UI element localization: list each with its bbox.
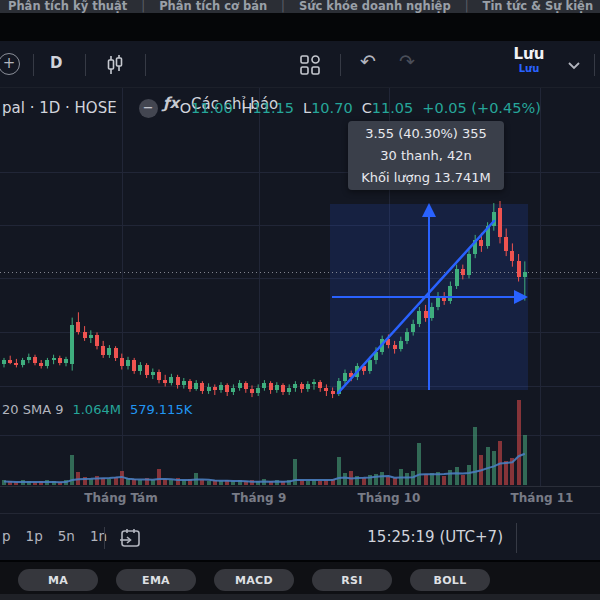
indicator-pill-macd[interactable]: MACD <box>214 569 294 591</box>
chart-toolbar: + D ƒx Các chỉ báo ↶ ↷ Lưu Lưu <box>0 41 600 88</box>
timeframe-shortcut-1p[interactable]: 1p <box>26 528 43 544</box>
candles-style-icon[interactable] <box>103 53 127 81</box>
volume-ma-label: 20 SMA 9 <box>2 402 63 417</box>
collapse-symbol-icon[interactable]: − <box>139 99 158 118</box>
time-axis-month-label: Tháng 11 <box>511 491 574 505</box>
trading-app-screen: Phân tích kỹ thuật|Phân tích cơ bản|Sức … <box>0 0 600 600</box>
footer-divider <box>516 523 517 553</box>
nav-item-4[interactable]: Tin tức & Sự kiện <box>483 0 594 13</box>
timeframe-button[interactable]: D <box>50 54 62 72</box>
go-to-date-icon[interactable] <box>118 526 142 554</box>
volume-value-blue: 579.115K <box>130 402 192 417</box>
toolbar-divider <box>594 54 595 76</box>
ohlc-value: 11.00 <box>191 100 233 116</box>
ohlc-value: 10.70 <box>311 100 353 116</box>
indicator-pill-ema[interactable]: EMA <box>116 569 196 591</box>
chevron-down-icon[interactable] <box>567 56 581 75</box>
nav-separator: | <box>465 0 469 13</box>
time-axis-month-label: Tháng 10 <box>358 491 421 505</box>
toolbar-divider <box>340 54 341 76</box>
bottom-edge-strip <box>0 594 600 600</box>
ohlc-h: H11.15 <box>242 100 294 116</box>
nav-item-1[interactable]: Phân tích kỹ thuật <box>8 0 127 13</box>
footer-divider <box>104 527 105 549</box>
ohlc-value: 11.15 <box>253 100 295 116</box>
indicator-pill-ma[interactable]: MA <box>18 569 98 591</box>
time-axis-month-label: Tháng 9 <box>232 491 287 505</box>
measure-volume: Khối lượng 13.741M <box>361 167 491 189</box>
ohlc-values: O11.00H11.15L10.70C11.05+0.05 (+0.45%) <box>180 100 541 116</box>
indicator-pill-rsi[interactable]: RSI <box>312 569 392 591</box>
ohlc-label: H <box>242 100 253 116</box>
toolbar-divider <box>85 54 86 76</box>
measure-price-change: 3.55 (40.30%) 355 <box>365 123 487 145</box>
time-axis-month-label: Tháng Tám <box>84 491 157 505</box>
ohlc-value: 11.05 <box>372 100 414 116</box>
indicator-pill-boll[interactable]: BOLL <box>410 569 490 591</box>
nav-item-3[interactable]: Sức khỏe doanh nghiệp <box>299 0 451 13</box>
price-change: +0.05 (+0.45%) <box>422 100 541 116</box>
ohlc-label: C <box>362 100 372 116</box>
add-symbol-icon[interactable]: + <box>0 53 20 75</box>
save-label: Lưu <box>505 46 553 63</box>
redo-icon[interactable]: ↷ <box>399 50 415 72</box>
time-axis-separator <box>0 486 600 487</box>
ohlc-l: L10.70 <box>303 100 353 116</box>
symbol-legend-row: pal · 1D · HOSE − O11.00H11.15L10.70C11.… <box>2 98 541 118</box>
timeframe-shortcut-p[interactable]: p <box>2 528 11 544</box>
toolbar-divider <box>145 54 146 76</box>
candlestick-chart-canvas[interactable] <box>0 88 600 486</box>
undo-icon[interactable]: ↶ <box>360 50 376 72</box>
timeframe-shortcuts: p1p5n1n <box>2 528 107 544</box>
ohlc-c: C11.05 <box>362 100 414 116</box>
top-nav-bar: Phân tích kỹ thuật|Phân tích cơ bản|Sức … <box>0 0 600 13</box>
bottom-toolbar: p1p5n1n 15:25:19 (UTC+7) <box>0 513 600 560</box>
ohlc-label: L <box>303 100 311 116</box>
layout-grid-icon[interactable] <box>299 54 321 80</box>
timeframe-shortcut-5n[interactable]: 5n <box>58 528 75 544</box>
nav-separator: | <box>281 0 285 13</box>
toolbar-divider <box>33 54 34 76</box>
volume-legend-row: 20 SMA 9 1.064M 579.115K <box>2 402 192 417</box>
ohlc-label: O <box>180 100 191 116</box>
session-clock[interactable]: 15:25:19 (UTC+7) <box>367 528 503 546</box>
save-sub-label: Lưu <box>505 63 553 74</box>
measure-bars-count: 30 thanh, 42n <box>380 145 472 167</box>
measure-tooltip: 3.55 (40.30%) 355 30 thanh, 42n Khối lượ… <box>348 121 504 190</box>
nav-item-2[interactable]: Phân tích cơ bản <box>159 0 267 13</box>
save-button[interactable]: Lưu Lưu <box>505 46 553 74</box>
volume-value-green: 1.064M <box>72 402 120 417</box>
symbol-title[interactable]: pal · 1D · HOSE <box>2 99 117 117</box>
nav-separator: | <box>141 0 145 13</box>
ohlc-o: O11.00 <box>180 100 233 116</box>
